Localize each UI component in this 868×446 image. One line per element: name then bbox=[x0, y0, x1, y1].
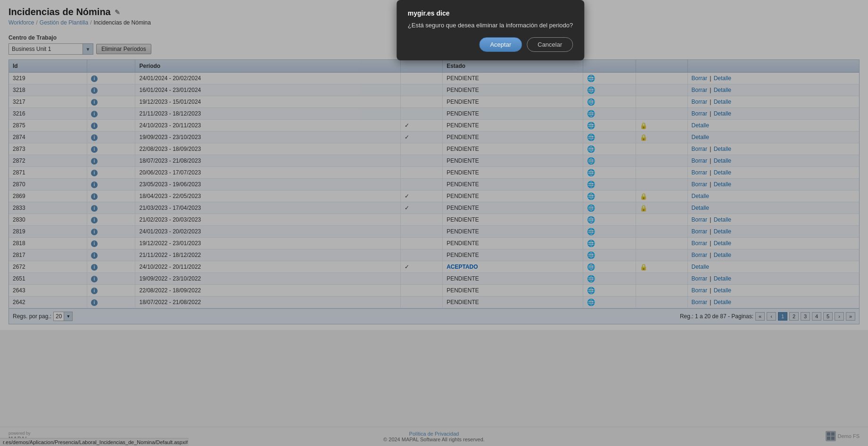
dialog-cancelar-button[interactable]: Cancelar bbox=[527, 37, 573, 52]
dialog-aceptar-button[interactable]: Aceptar bbox=[479, 37, 522, 52]
dialog-message: ¿Está seguro que desea eliminar la infor… bbox=[408, 22, 573, 29]
dialog-overlay bbox=[0, 0, 868, 446]
confirm-dialog: mygir.es dice ¿Está seguro que desea eli… bbox=[397, 0, 584, 60]
dialog-buttons: Aceptar Cancelar bbox=[408, 37, 573, 52]
dialog-title: mygir.es dice bbox=[408, 9, 573, 17]
